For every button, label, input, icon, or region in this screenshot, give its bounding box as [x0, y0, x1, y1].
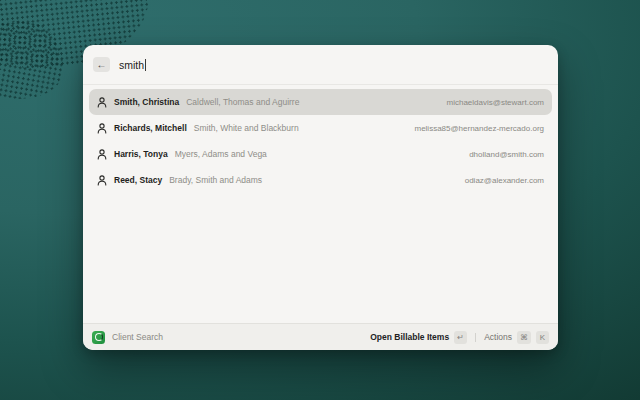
empty-results-area: [83, 193, 558, 323]
wallpaper-dot-texture: [0, 13, 70, 107]
footer-app-name: Client Search: [112, 332, 163, 342]
footer-actions: Open Billable Items ↵ Actions ⌘ K: [370, 331, 549, 344]
person-icon: [97, 175, 107, 186]
client-company: Brady, Smith and Adams: [169, 175, 262, 185]
client-name: Harris, Tonya: [114, 149, 168, 159]
back-arrow-icon: ←: [97, 60, 107, 70]
person-icon: [97, 123, 107, 134]
result-row-reed-stacy[interactable]: Reed, Stacy Brady, Smith and Adams odiaz…: [89, 167, 552, 193]
client-email: odiaz@alexander.com: [465, 176, 544, 185]
client-email: michaeldavis@stewart.com: [447, 98, 544, 107]
actions-button[interactable]: Actions: [484, 332, 512, 342]
client-email: melissa85@hernandez-mercado.org: [414, 124, 544, 133]
footer-divider: [475, 333, 476, 342]
footer-bar: Client Search Open Billable Items ↵ Acti…: [83, 323, 558, 350]
text-caret: [145, 59, 146, 71]
search-query-text: smith: [119, 59, 144, 71]
results-list: Smith, Christina Caldwell, Thomas and Ag…: [83, 85, 558, 193]
client-name: Smith, Christina: [114, 97, 179, 107]
client-company: Myers, Adams and Vega: [175, 149, 267, 159]
result-row-harris-tonya[interactable]: Harris, Tonya Myers, Adams and Vega dhol…: [89, 141, 552, 167]
k-key-icon: K: [536, 331, 549, 344]
search-input[interactable]: smith: [119, 59, 146, 71]
open-billable-items-button[interactable]: Open Billable Items: [370, 332, 449, 342]
command-key-icon: ⌘: [517, 331, 531, 344]
client-name: Reed, Stacy: [114, 175, 162, 185]
client-company: Caldwell, Thomas and Aguirre: [186, 97, 299, 107]
back-button[interactable]: ←: [93, 57, 110, 72]
result-row-richards-mitchell[interactable]: Richards, Mitchell Smith, White and Blac…: [89, 115, 552, 141]
person-icon: [97, 149, 107, 160]
search-bar: ← smith: [83, 45, 558, 85]
client-name: Richards, Mitchell: [114, 123, 187, 133]
person-icon: [97, 97, 107, 108]
result-row-smith-christina[interactable]: Smith, Christina Caldwell, Thomas and Ag…: [89, 89, 552, 115]
client-email: dholland@smith.com: [469, 150, 544, 159]
command-palette-window: ← smith Smith, Christina Caldwell, Thoma…: [83, 45, 558, 350]
enter-key-icon: ↵: [454, 331, 467, 344]
app-logo-icon: [92, 331, 105, 344]
client-company: Smith, White and Blackburn: [194, 123, 299, 133]
